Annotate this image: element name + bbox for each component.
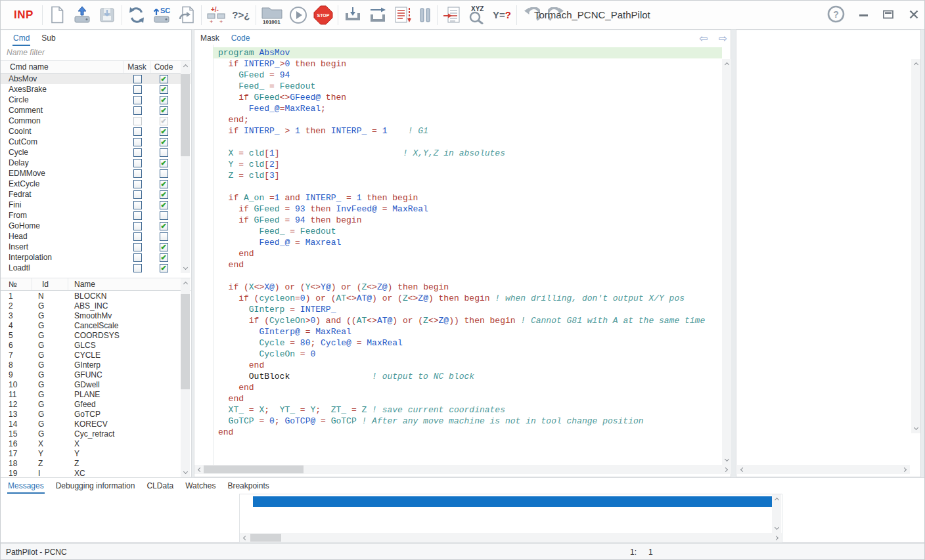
mask-checkbox[interactable]: [133, 96, 142, 104]
messages-list[interactable]: [239, 494, 782, 543]
code-checkbox[interactable]: ✔: [160, 127, 168, 136]
scroll-right-button[interactable]: [773, 533, 782, 542]
reload-button[interactable]: [124, 3, 149, 28]
register-row[interactable]: 6GGLCS: [1, 340, 191, 350]
mask-checkbox[interactable]: [133, 106, 142, 115]
mask-checkbox[interactable]: [133, 159, 142, 167]
register-row[interactable]: 10GGDwell: [1, 379, 191, 389]
step-over-button[interactable]: [365, 3, 390, 28]
col-header-id[interactable]: Id: [32, 278, 68, 290]
scroll-up-button[interactable]: [722, 59, 731, 68]
register-row[interactable]: 17YY: [1, 448, 191, 458]
scroll-up-button[interactable]: [181, 61, 190, 70]
register-row[interactable]: 16XX: [1, 439, 191, 448]
mask-checkbox[interactable]: [133, 85, 142, 94]
scroll-left-button[interactable]: [737, 465, 746, 474]
messages-vertical-scrollbar[interactable]: [772, 494, 781, 533]
code-checkbox[interactable]: ✔: [160, 264, 168, 272]
cmd-row[interactable]: From: [1, 210, 191, 221]
col-header-name[interactable]: Name: [68, 278, 191, 290]
code-checkbox[interactable]: ✔: [160, 222, 168, 230]
cmd-row[interactable]: Delay✔: [1, 158, 191, 168]
scroll-up-button[interactable]: [911, 59, 920, 68]
code-checkbox[interactable]: [160, 169, 168, 178]
cmd-row[interactable]: Fedrat✔: [1, 189, 191, 200]
register-row[interactable]: 8GGInterp: [1, 360, 191, 370]
register-row[interactable]: 7GCYCLE: [1, 350, 191, 360]
cmd-row[interactable]: Common✔: [1, 116, 191, 126]
code-checkbox[interactable]: ✔: [160, 96, 168, 104]
scroll-left-button[interactable]: [240, 533, 249, 542]
scroll-down-button[interactable]: [911, 424, 920, 433]
register-row[interactable]: 1NBLOCKN: [1, 291, 191, 301]
scroll-down-button[interactable]: [722, 456, 731, 465]
tab-mask[interactable]: Mask: [200, 32, 220, 45]
scroll-right-button[interactable]: [722, 465, 731, 474]
cmd-table-scroll-thumb[interactable]: [181, 74, 190, 156]
code-checkbox[interactable]: ✔: [160, 201, 168, 209]
mask-checkbox[interactable]: [133, 264, 142, 272]
register-row[interactable]: 18ZZ: [1, 458, 191, 468]
query-convert-button[interactable]: ?>¿: [229, 3, 254, 28]
messages-hscroll-thumb[interactable]: [250, 534, 281, 542]
cmd-row[interactable]: Cycle: [1, 147, 191, 158]
tab-code[interactable]: Code: [231, 32, 251, 46]
code-checkbox[interactable]: ✔: [160, 159, 168, 167]
code-checkbox[interactable]: [160, 211, 168, 220]
code-checkbox[interactable]: ✔: [160, 190, 168, 199]
code-checkbox[interactable]: ✔: [160, 253, 168, 262]
code-checkbox[interactable]: ✔: [160, 75, 168, 83]
cmd-row[interactable]: GoHome✔: [1, 221, 191, 231]
cmd-row[interactable]: Interpolation✔: [1, 252, 191, 263]
stop-button[interactable]: STOP: [311, 3, 336, 28]
nav-forward-button[interactable]: ⇨: [719, 32, 727, 45]
code-checkbox[interactable]: [160, 148, 168, 157]
mask-checkbox[interactable]: [133, 127, 142, 136]
cmd-row[interactable]: Head: [1, 231, 191, 242]
register-row[interactable]: 9GGFUNC: [1, 370, 191, 379]
register-row[interactable]: 4GCancelScale: [1, 320, 191, 330]
messages-horizontal-scrollbar[interactable]: [240, 533, 782, 542]
id-table-scroll-thumb[interactable]: [181, 294, 190, 389]
cmd-row[interactable]: Comment✔: [1, 105, 191, 116]
open-file-button[interactable]: [70, 3, 95, 28]
code-checkbox[interactable]: ✔: [160, 180, 168, 188]
run-to-line-button[interactable]: [390, 3, 415, 28]
mask-checkbox[interactable]: [133, 148, 142, 157]
tab-debugging-information[interactable]: Debugging information: [55, 479, 136, 492]
tab-breakpoints[interactable]: Breakpoints: [227, 479, 269, 492]
register-row[interactable]: 11GPLANE: [1, 389, 191, 399]
col-header-number[interactable]: №: [1, 278, 32, 290]
binary-folder-button[interactable]: 101001: [258, 3, 286, 28]
mask-checkbox[interactable]: [133, 138, 142, 146]
evaluate-variable-button[interactable]: Y=?: [489, 3, 514, 28]
code-checkbox[interactable]: ✔: [160, 85, 168, 94]
cmd-row[interactable]: Circle✔: [1, 95, 191, 105]
col-header-mask[interactable]: Mask: [124, 61, 150, 73]
cmd-row[interactable]: CutCom✔: [1, 137, 191, 147]
tab-cmd[interactable]: Cmd: [12, 32, 30, 46]
code-editor-text[interactable]: program AbsMov if INTERP_>0 then begin G…: [194, 45, 722, 465]
right-panel-horizontal-scrollbar[interactable]: [737, 465, 910, 474]
editor-vertical-scrollbar[interactable]: [722, 59, 731, 465]
right-panel-vertical-scrollbar[interactable]: [911, 59, 920, 433]
register-row[interactable]: 15GCyc_retract: [1, 429, 191, 439]
pause-button[interactable]: [415, 3, 435, 28]
minimize-button[interactable]: [859, 10, 869, 21]
cmd-row[interactable]: Loadtl✔: [1, 263, 191, 273]
tab-messages[interactable]: Messages: [7, 479, 45, 494]
cmd-row[interactable]: Coolnt✔: [1, 126, 191, 137]
close-button[interactable]: [909, 10, 919, 21]
mask-checkbox[interactable]: [133, 211, 142, 220]
run-button[interactable]: [286, 3, 311, 28]
cmd-row[interactable]: AbsMov✔: [1, 74, 191, 84]
scroll-down-button[interactable]: [181, 468, 190, 477]
col-header-code[interactable]: Code: [150, 61, 177, 73]
mask-checkbox[interactable]: [133, 253, 142, 262]
plus-minus-blocks-button[interactable]: +/-++: [204, 3, 229, 28]
cmd-row[interactable]: ExtCycle✔: [1, 179, 191, 189]
code-checkbox[interactable]: ✔: [160, 243, 168, 251]
import-postprocessor-button[interactable]: [174, 3, 199, 28]
scroll-up-button[interactable]: [772, 494, 781, 504]
new-file-button[interactable]: [45, 3, 70, 28]
